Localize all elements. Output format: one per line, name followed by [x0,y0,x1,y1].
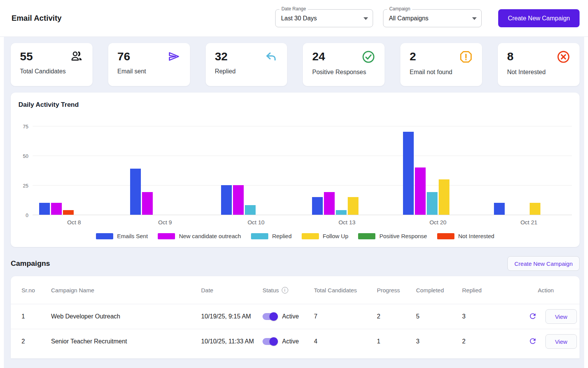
cell-campaign-name: Senior Teacher Recruitment [51,338,201,345]
column-header-sr-no: Sr.no [21,287,51,293]
legend-color-chip [251,233,268,239]
x-axis-tick-oct-20: Oct 20 [411,219,465,225]
campaign-select[interactable]: Campaign All Campaigns [383,9,482,27]
bar-oct-8-not-interested [63,210,74,215]
gridline-75 [33,126,572,126]
bar-oct-21-follow-up [530,203,540,215]
y-axis-tick-50: 50 [18,153,28,159]
legend-label: Not Interested [458,233,494,239]
campaign-select-label: Campaign [387,6,412,12]
stat-label: Not Interested [507,69,570,76]
create-new-campaign-secondary-button[interactable]: Create New Campaign [507,256,580,271]
gridline-25 [33,185,572,186]
info-icon[interactable] [282,287,288,293]
cell-action: View [512,334,580,349]
refresh-button[interactable] [529,312,537,322]
legend-item-replied[interactable]: Replied [251,233,292,239]
bar-group-oct-20 [402,116,474,215]
cell-completed: 5 [416,313,462,320]
cell-action: View [512,309,580,324]
stat-value: 55 [20,50,33,63]
bar-oct-20-emails-sent [403,132,414,215]
column-header-status: Status [263,287,314,293]
refresh-button[interactable] [529,337,537,346]
column-header-campaign-name: Campaign Name [51,287,201,293]
stat-value: 8 [507,50,514,63]
legend-item-emails-sent[interactable]: Emails Sent [96,233,148,239]
y-axis-tick-0: 0 [18,212,28,218]
campaign-select-value: All Campaigns [389,15,428,22]
view-button[interactable]: View [545,334,577,349]
legend-label: Emails Sent [117,233,148,239]
column-header-completed: Completed [416,287,462,293]
legend-color-chip [96,233,113,239]
y-axis-tick-25: 25 [18,183,28,189]
cell-replied: 2 [462,338,512,345]
table-row-senior-teacher-recruitment: 2Senior Teacher Recruitment10/10/25, 11:… [11,329,580,354]
bar-oct-20-new-candidate-outreach [415,167,426,215]
stat-card-replied: 32Replied [206,43,287,86]
cell-sr-no: 2 [21,338,51,345]
status-toggle[interactable] [263,337,278,346]
x-axis-tick-oct-21: Oct 21 [502,219,556,225]
dashboard-body: 55Total Candidates76Email sent32Replied2… [4,37,584,368]
y-axis-tick-75: 75 [18,124,28,129]
bar-oct-13-replied [336,210,347,215]
view-button[interactable]: View [545,309,577,324]
chart-title: Daily Activity Trend [18,101,572,109]
status-toggle[interactable] [263,312,278,321]
legend-label: New candidate outreach [179,233,241,239]
chart-legend: Emails SentNew candidate outreachReplied… [18,233,572,239]
bar-oct-9-emails-sent [130,169,141,215]
legend-item-positive-response[interactable]: Positive Response [358,233,427,239]
campaigns-section-head: Campaigns Create New Campaign [11,256,580,271]
table-row-web-developer-outreach: 1Web Developer Outreach10/19/25, 9:15 AM… [11,304,580,329]
legend-color-chip [158,233,175,239]
bar-oct-10-new-candidate-outreach [233,185,244,215]
bar-oct-13-new-candidate-outreach [324,192,335,215]
warning-octagon-icon [459,50,473,65]
bar-oct-9-new-candidate-outreach [142,192,153,215]
bar-oct-21-emails-sent [494,203,505,215]
legend-color-chip [437,233,454,239]
stat-value: 76 [117,50,130,63]
stat-card-not-interested: 8Not Interested [498,43,580,86]
column-header-date: Date [201,287,263,293]
cell-progress: 2 [377,313,416,320]
status-label: Active [282,338,299,345]
toggle-thumb [269,337,278,346]
status-label: Active [282,313,299,320]
cell-replied: 3 [462,313,512,320]
bar-oct-8-new-candidate-outreach [51,203,62,215]
create-new-campaign-button[interactable]: Create New Campaign [498,9,580,27]
x-axis-tick-oct-13: Oct 13 [320,219,374,225]
legend-label: Follow Up [323,233,349,239]
legend-color-chip [302,233,319,239]
legend-label: Positive Response [379,233,427,239]
stat-card-email-sent: 76Email sent [108,43,190,86]
daily-activity-trend-card: Daily Activity Trend 7550250Oct 8Oct 9Oc… [11,93,580,247]
date-range-select-label: Date Range [279,6,308,12]
cell-total-candidates: 7 [314,313,377,320]
bar-group-oct-8 [38,116,110,215]
date-range-select-value: Last 30 Days [281,15,317,22]
legend-item-not-interested[interactable]: Not Interested [437,233,494,239]
bar-oct-13-emails-sent [312,197,323,215]
legend-item-follow-up[interactable]: Follow Up [302,233,349,239]
header-controls: Date Range Last 30 Days Campaign All Cam… [275,9,580,27]
bar-group-oct-10 [220,116,292,215]
campaigns-table-card: Sr.noCampaign NameDateStatusTotal Candid… [11,276,580,358]
people-icon [70,50,83,65]
x-axis-tick-oct-8: Oct 8 [47,219,101,225]
stat-value: 2 [410,50,416,63]
cell-date: 10/19/25, 9:15 AM [201,313,263,320]
stat-label: Email not found [410,69,473,76]
check-circle-icon [362,50,375,65]
cancel-circle-icon [557,50,570,65]
legend-item-new-candidate-outreach[interactable]: New candidate outreach [158,233,241,239]
cell-sr-no: 1 [21,313,51,320]
refresh-icon [529,312,537,322]
bar-oct-13-follow-up [348,197,358,215]
date-range-select[interactable]: Date Range Last 30 Days [275,9,373,27]
column-header-total-candidates: Total Candidates [314,287,377,293]
